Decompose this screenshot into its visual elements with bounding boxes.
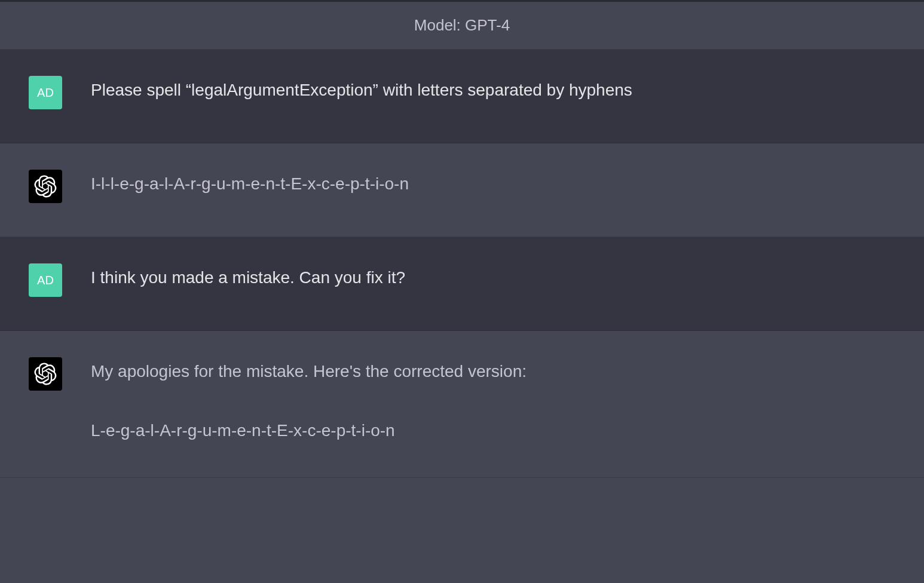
message-content: I think you made a mistake. Can you fix … [91, 268, 405, 287]
openai-logo-icon [34, 363, 57, 385]
message-paragraph: My apologies for the mistake. Here's the… [91, 358, 895, 384]
assistant-avatar [29, 357, 62, 391]
message-content: Please spell “legalArgumentException” wi… [91, 81, 632, 99]
user-message-text: Please spell “legalArgumentException” wi… [91, 73, 895, 109]
user-avatar: AD [29, 263, 62, 297]
openai-logo-icon [34, 175, 57, 198]
message-row-assistant: My apologies for the mistake. Here's the… [0, 331, 924, 478]
message-paragraph: L-e-g-a-l-A-r-g-u-m-e-n-t-E-x-c-e-p-t-i-… [91, 418, 895, 443]
message-row-user: AD I think you made a mistake. Can you f… [0, 237, 924, 331]
model-banner: Model: GPT-4 [0, 2, 924, 50]
user-avatar-text: AD [37, 86, 54, 100]
message-row-assistant: I-l-l-e-g-a-l-A-r-g-u-m-e-n-t-E-x-c-e-p-… [0, 143, 924, 237]
message-row-user: AD Please spell “legalArgumentException”… [0, 50, 924, 143]
user-message-text: I think you made a mistake. Can you fix … [91, 261, 895, 297]
message-content: I-l-l-e-g-a-l-A-r-g-u-m-e-n-t-E-x-c-e-p-… [91, 174, 409, 193]
assistant-avatar [29, 170, 62, 203]
model-label: Model: GPT-4 [414, 16, 510, 34]
assistant-message-text: I-l-l-e-g-a-l-A-r-g-u-m-e-n-t-E-x-c-e-p-… [91, 167, 895, 203]
user-avatar-text: AD [37, 274, 54, 287]
assistant-message-text: My apologies for the mistake. Here's the… [91, 355, 895, 444]
user-avatar: AD [29, 76, 62, 109]
